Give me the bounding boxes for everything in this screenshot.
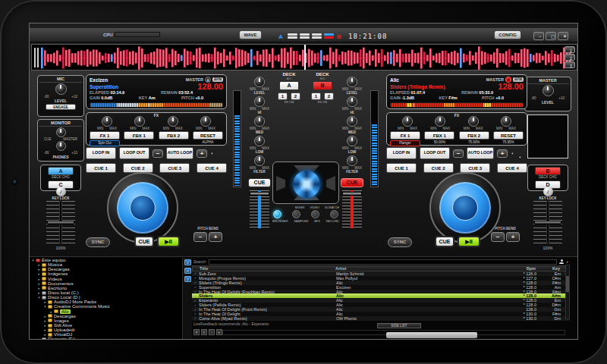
- history-button[interactable]: ♫: [184, 276, 191, 282]
- expander-icon[interactable]: ▸: [43, 332, 47, 337]
- play-pause-button-a[interactable]: ▶II: [157, 236, 180, 247]
- level-knob[interactable]: [347, 77, 357, 87]
- med-knob[interactable]: [254, 116, 265, 127]
- waveform-mode-icon[interactable]: [288, 33, 297, 40]
- favorites-button[interactable]: ♫: [184, 268, 191, 274]
- deck-a-select-button[interactable]: A: [48, 167, 74, 175]
- expander-icon[interactable]: ▸: [43, 323, 47, 328]
- pitch-slider-handle[interactable]: [47, 221, 74, 224]
- fader-handle[interactable]: [250, 192, 269, 196]
- pfl-cue-button-b[interactable]: CUE: [341, 178, 363, 187]
- low-knob[interactable]: [347, 136, 357, 146]
- tree-item[interactable]: ▸Elements (F:): [30, 337, 182, 340]
- expander-icon[interactable]: ▾: [37, 295, 41, 300]
- fbx2-button[interactable]: FBX 2: [459, 131, 489, 140]
- column-key[interactable]: Key: [540, 266, 563, 271]
- note-tool-button[interactable]: ♪: [209, 329, 215, 335]
- loop-out-button[interactable]: LOOP OUT: [420, 147, 450, 159]
- column-bpm[interactable]: Bpm: [487, 266, 540, 271]
- auto-loop-button[interactable]: AUTO LOOP: [467, 147, 494, 159]
- expander-icon[interactable]: ▸: [37, 267, 41, 271]
- expander-icon[interactable]: ▸: [37, 286, 41, 290]
- fx-knob[interactable]: [435, 116, 445, 127]
- wave-view-button[interactable]: WAVE: [239, 30, 262, 39]
- filter-knob[interactable]: [254, 155, 265, 166]
- cue4-button[interactable]: CUE 4: [497, 163, 527, 173]
- low-knob[interactable]: [254, 136, 265, 146]
- fx-reset-button[interactable]: RESET: [493, 131, 524, 140]
- play-queue-button[interactable]: ▸: [216, 329, 222, 335]
- deck-a-button[interactable]: A: [279, 81, 299, 90]
- loop-out-button[interactable]: LOOP OUT: [119, 147, 149, 159]
- record-mode-button[interactable]: [330, 210, 338, 218]
- fx-slot2-button[interactable]: 2: [324, 93, 334, 100]
- music-note-icon[interactable]: ♪: [566, 259, 568, 264]
- close-button[interactable]: ✕: [558, 32, 568, 40]
- master-level-knob[interactable]: [543, 85, 554, 96]
- fx-preset-label[interactable]: Flanger: [390, 140, 420, 146]
- loop-double-button[interactable]: +: [497, 149, 508, 158]
- side-list-button[interactable]: SIDE LIST: [377, 323, 421, 328]
- playlist-row[interactable]: ✓Come Alive (Myad Remix)OM Phonic* 130.0…: [192, 316, 570, 321]
- folder-view-button[interactable]: ♫: [184, 259, 191, 265]
- loop-double-button[interactable]: +: [197, 149, 207, 158]
- pitch-slider-right[interactable]: [533, 201, 562, 243]
- waveform-ab-icon[interactable]: [324, 33, 334, 40]
- sync-button-b[interactable]: SYNC: [388, 237, 412, 247]
- column-artist[interactable]: Artist: [335, 266, 487, 271]
- fx-preset-label[interactable]: Spin Out: [90, 140, 120, 146]
- key-lock-icon[interactable]: ♪: [56, 187, 66, 196]
- loop-in-button[interactable]: LOOP IN: [386, 147, 417, 159]
- wave-zoom-button[interactable]: 1: [565, 46, 575, 53]
- config-button[interactable]: CONFIG: [494, 30, 521, 39]
- expander-icon[interactable]: ▾: [31, 258, 35, 262]
- hi-knob[interactable]: [254, 96, 265, 107]
- sampler-mode-button[interactable]: [292, 210, 300, 218]
- cue1-button[interactable]: CUE 1: [386, 163, 417, 173]
- loop-in-button[interactable]: LOOP IN: [86, 147, 116, 159]
- fbx1-button[interactable]: FBX 1: [124, 131, 154, 140]
- maximize-button[interactable]: ▢: [546, 32, 556, 40]
- pitch-bend-plus-button[interactable]: +: [209, 232, 222, 242]
- pitch-bend-minus-button[interactable]: −: [193, 232, 207, 242]
- scrollbar-thumb[interactable]: [566, 276, 569, 292]
- monitor-mix-knob[interactable]: [56, 127, 66, 137]
- pitch-bend-minus-button[interactable]: −: [491, 232, 505, 242]
- fx-reset-button[interactable]: RESET: [193, 131, 223, 140]
- cue-button-b[interactable]: CUE: [435, 236, 454, 247]
- deck-b-button[interactable]: B: [313, 81, 332, 90]
- efx-mode-button[interactable]: [311, 210, 319, 218]
- expander-icon[interactable]: ▸: [37, 290, 41, 295]
- expander-icon[interactable]: ▸: [37, 262, 41, 267]
- volume-fader-b[interactable]: [342, 190, 362, 228]
- volume-fader-a[interactable]: [250, 190, 269, 228]
- auto-loop-button[interactable]: AUTO LOOP: [166, 147, 193, 159]
- fx-slot1-button[interactable]: 1: [311, 93, 321, 100]
- expander-icon[interactable]: ▸: [43, 314, 47, 318]
- pfl-cue-button-a[interactable]: CUE: [248, 178, 271, 187]
- column-title[interactable]: Title: [200, 266, 335, 271]
- cue3-button[interactable]: CUE 3: [159, 163, 190, 173]
- fx-knob[interactable]: [402, 116, 413, 127]
- pitch-slider-left[interactable]: [46, 201, 75, 243]
- level-knob[interactable]: [254, 77, 265, 87]
- loop-half-button[interactable]: −: [453, 149, 464, 158]
- expander-icon[interactable]: ▸: [43, 328, 47, 332]
- track-overview-waveform[interactable]: [390, 102, 524, 108]
- expander-icon[interactable]: ▾: [43, 304, 47, 309]
- list-options-button[interactable]: ≡: [201, 329, 207, 335]
- fbx2-button[interactable]: FBX 2: [159, 131, 189, 140]
- user-icon[interactable]: [559, 259, 564, 264]
- cue2-button[interactable]: CUE 2: [123, 163, 153, 173]
- waveform-mode-icon[interactable]: [312, 33, 322, 40]
- fx1-button[interactable]: FX 1: [390, 131, 420, 140]
- fx-slot1-button[interactable]: 1: [278, 93, 288, 100]
- waveform-mode-icon[interactable]: [300, 33, 310, 40]
- fbx1-button[interactable]: FBX 1: [424, 131, 454, 140]
- phones-level-knob[interactable]: [56, 141, 66, 151]
- fx-knob[interactable]: [168, 116, 178, 127]
- automix-button[interactable]: ▾: [193, 329, 200, 335]
- mic-level-knob[interactable]: [55, 83, 67, 95]
- expander-icon[interactable]: ▸: [43, 318, 47, 323]
- expander-icon[interactable]: ▸: [37, 281, 41, 286]
